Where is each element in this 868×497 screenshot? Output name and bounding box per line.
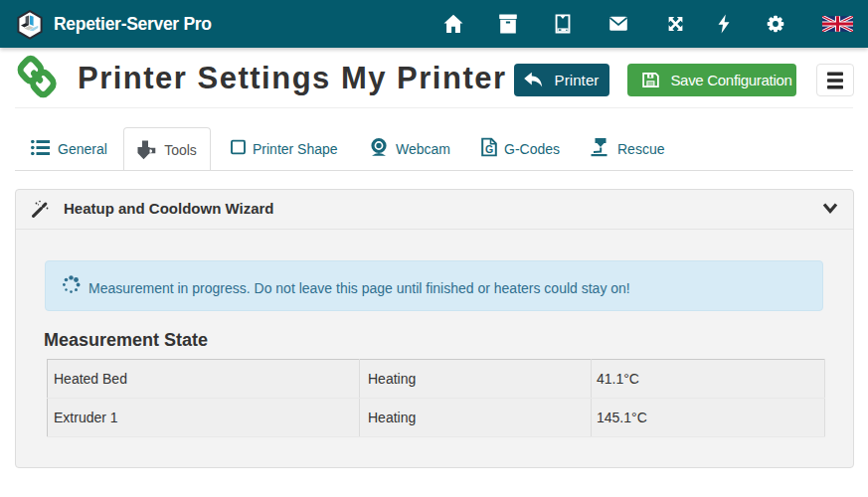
svg-text:G: G: [485, 143, 493, 155]
